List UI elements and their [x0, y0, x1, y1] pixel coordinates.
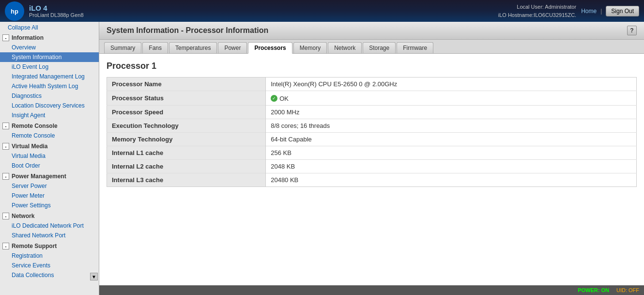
sidebar-section-information: -InformationOverviewSystem InformationiL…: [0, 33, 99, 120]
page-title: System Information - Processor Informati…: [107, 26, 268, 35]
nav-separator: |: [600, 8, 602, 15]
sidebar-section-header-information[interactable]: -Information: [0, 33, 99, 43]
content-area: System Information - Processor Informati…: [99, 22, 644, 295]
user-label: Local User: Administrator: [498, 3, 576, 11]
sidebar-section-power-management: -Power ManagementServer PowerPower Meter…: [0, 171, 99, 210]
collapse-icon-remote-console: -: [2, 123, 9, 129]
table-row: Processor NameIntel(R) Xeon(R) CPU E5-26…: [107, 78, 637, 91]
row-label: Processor Speed: [107, 105, 266, 119]
power-status: POWER: ON: [578, 287, 609, 293]
sidebar-section-virtual-media: -Virtual MediaVirtual MediaBoot Order: [0, 141, 99, 171]
sidebar-item-ilo-event-log[interactable]: iLO Event Log: [0, 62, 99, 72]
collapse-icon-information: -: [2, 34, 9, 41]
row-value: 2048 KB: [266, 159, 637, 173]
sidebar-section-header-virtual-media[interactable]: -Virtual Media: [0, 141, 99, 151]
sidebar-section-remote-console: -Remote ConsoleRemote Console: [0, 121, 99, 140]
row-value: 8/8 cores; 16 threads: [266, 119, 637, 132]
product-info: iLO 4 ProLiant DL388p Gen8: [29, 4, 84, 18]
tab-network[interactable]: Network: [328, 42, 362, 53]
sidebar-item-insight-agent[interactable]: Insight Agent: [0, 110, 99, 120]
sidebar-item-data-collections[interactable]: Data Collections: [0, 270, 99, 280]
sidebar-item-remote-console[interactable]: Remote Console: [0, 131, 99, 140]
sidebar-item-power-meter[interactable]: Power Meter: [0, 191, 99, 201]
main-container: Collapse All -InformationOverviewSystem …: [0, 22, 644, 295]
header: hp iLO 4 ProLiant DL388p Gen8 Local User…: [0, 0, 644, 22]
sidebar-section-network: -NetworkiLO Dedicated Network PortShared…: [0, 211, 99, 240]
sidebar-item-ilo-dedicated-port[interactable]: iLO Dedicated Network Port: [0, 221, 99, 231]
sidebar-item-overview[interactable]: Overview: [0, 43, 99, 52]
sidebar-section-header-power-management[interactable]: -Power Management: [0, 171, 99, 181]
tab-fans[interactable]: Fans: [142, 42, 168, 53]
tab-processors[interactable]: Processors: [248, 42, 292, 54]
tab-summary[interactable]: Summary: [104, 42, 141, 53]
processor-table: Processor NameIntel(R) Xeon(R) CPU E5-26…: [107, 77, 637, 187]
row-value: 64-bit Capable: [266, 132, 637, 146]
collapse-all-link[interactable]: Collapse All: [4, 22, 42, 33]
row-value: 20480 KB: [266, 173, 637, 186]
uid-status: UID: OFF: [616, 287, 639, 293]
table-row: Execution Technology8/8 cores; 16 thread…: [107, 119, 637, 132]
tab-firmware[interactable]: Firmware: [397, 42, 433, 53]
table-row: Internal L1 cache256 KB: [107, 146, 637, 159]
sidebar-section-label-remote-console: Remote Console: [12, 123, 58, 129]
header-right: Local User: Administrator iLO Hostname:I…: [498, 3, 639, 19]
sidebar-section-label-network: Network: [12, 213, 34, 219]
tab-memory[interactable]: Memory: [293, 42, 327, 53]
row-label: Processor Name: [107, 78, 266, 91]
sidebar-item-system-information[interactable]: System Information: [0, 52, 99, 62]
collapse-icon-network: -: [2, 213, 9, 219]
sidebar-item-power-settings[interactable]: Power Settings: [0, 201, 99, 210]
svg-text:hp: hp: [11, 8, 18, 15]
nav-links: Home | Sign Out: [581, 6, 639, 16]
page-header: System Information - Processor Informati…: [99, 22, 644, 40]
sidebar-section-header-remote-support[interactable]: -Remote Support: [0, 241, 99, 251]
sidebar-item-virtual-media[interactable]: Virtual Media: [0, 151, 99, 161]
status-ok: ✓ OK: [271, 95, 289, 102]
sidebar-section-header-remote-console[interactable]: -Remote Console: [0, 121, 99, 131]
sidebar-item-boot-order[interactable]: Boot Order: [0, 161, 99, 171]
sign-out-button[interactable]: Sign Out: [606, 6, 639, 16]
sidebar-item-shared-network-port[interactable]: Shared Network Port: [0, 231, 99, 240]
sidebar: Collapse All -InformationOverviewSystem …: [0, 22, 99, 295]
sidebar-section-label-information: Information: [12, 34, 44, 41]
row-value: 256 KB: [266, 146, 637, 159]
server-name: ProLiant DL388p Gen8: [29, 12, 84, 18]
sidebar-item-active-health-log[interactable]: Active Health System Log: [0, 81, 99, 91]
ilo-title: iLO 4: [29, 4, 84, 12]
row-label: Internal L2 cache: [107, 159, 266, 173]
hp-logo: hp: [5, 1, 24, 21]
collapse-icon-virtual-media: -: [2, 143, 9, 150]
collapse-icon-power-management: -: [2, 173, 9, 180]
sidebar-section-header-network[interactable]: -Network: [0, 211, 99, 221]
table-row: Memory Technology64-bit Capable: [107, 132, 637, 146]
tab-temperatures[interactable]: Temperatures: [169, 42, 217, 53]
content-body: Processor 1 Processor NameIntel(R) Xeon(…: [99, 54, 644, 285]
collapse-icon-remote-support: -: [2, 243, 9, 249]
status-bar: POWER: ON UID: OFF: [99, 285, 644, 295]
table-row: Processor Status✓ OK: [107, 91, 637, 106]
sidebar-item-diagnostics[interactable]: Diagnostics: [0, 91, 99, 101]
home-link[interactable]: Home: [581, 8, 597, 15]
sidebar-scroll-down[interactable]: ▼: [90, 273, 98, 280]
sidebar-item-registration[interactable]: Registration: [0, 251, 99, 261]
sidebar-section-label-power-management: Power Management: [12, 173, 66, 180]
processor-heading: Processor 1: [107, 61, 637, 71]
tab-power[interactable]: Power: [218, 42, 247, 53]
sidebar-item-server-power[interactable]: Server Power: [0, 181, 99, 191]
hostname-label: iLO Hostname:ILO6CU32915ZC.: [498, 11, 576, 19]
row-label: Internal L1 cache: [107, 146, 266, 159]
row-label: Execution Technology: [107, 119, 266, 132]
row-label: Internal L3 cache: [107, 173, 266, 186]
sidebar-item-integrated-mgmt-log[interactable]: Integrated Management Log: [0, 72, 99, 81]
sidebar-item-location-discovery[interactable]: Location Discovery Services: [0, 101, 99, 110]
user-info: Local User: Administrator iLO Hostname:I…: [498, 3, 576, 19]
tab-storage[interactable]: Storage: [363, 42, 396, 53]
row-value: 2000 MHz: [266, 105, 637, 119]
sidebar-section-label-remote-support: Remote Support: [12, 243, 57, 249]
help-icon[interactable]: ?: [627, 26, 637, 35]
status-ok-icon: ✓: [271, 95, 277, 102]
row-label: Processor Status: [107, 91, 266, 106]
table-row: Processor Speed2000 MHz: [107, 105, 637, 119]
sidebar-item-service-events[interactable]: Service Events: [0, 261, 99, 270]
row-label: Memory Technology: [107, 132, 266, 146]
